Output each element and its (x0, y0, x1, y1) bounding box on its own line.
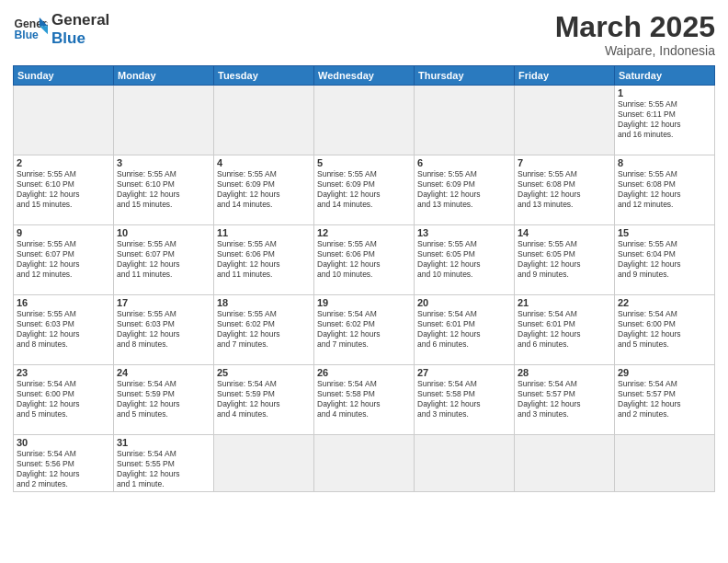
day-number: 30 (17, 437, 110, 448)
day-info: Sunrise: 5:54 AM Sunset: 5:59 PM Dayligh… (217, 379, 280, 419)
day-info: Sunrise: 5:54 AM Sunset: 5:58 PM Dayligh… (317, 379, 381, 419)
col-tuesday: Tuesday (214, 66, 314, 86)
day-number: 31 (117, 437, 210, 448)
table-row: 29Sunrise: 5:54 AM Sunset: 5:57 PM Dayli… (615, 365, 715, 435)
svg-text:Blue: Blue (15, 29, 40, 41)
day-number: 16 (17, 297, 110, 308)
day-number: 13 (417, 227, 511, 238)
day-info: Sunrise: 5:54 AM Sunset: 6:00 PM Dayligh… (618, 309, 681, 349)
calendar-week-row: 23Sunrise: 5:54 AM Sunset: 6:00 PM Dayli… (14, 365, 715, 435)
table-row: 19Sunrise: 5:54 AM Sunset: 6:02 PM Dayli… (314, 295, 415, 365)
calendar-week-row: 1Sunrise: 5:55 AM Sunset: 6:11 PM Daylig… (14, 86, 715, 155)
calendar-header-row: Sunday Monday Tuesday Wednesday Thursday… (14, 66, 715, 86)
table-row (14, 86, 114, 155)
table-row (415, 86, 515, 155)
day-info: Sunrise: 5:55 AM Sunset: 6:04 PM Dayligh… (618, 239, 681, 279)
day-number: 23 (17, 367, 110, 378)
table-row: 16Sunrise: 5:55 AM Sunset: 6:03 PM Dayli… (14, 295, 114, 365)
table-row: 24Sunrise: 5:54 AM Sunset: 5:59 PM Dayli… (114, 365, 214, 435)
day-number: 9 (17, 227, 110, 238)
table-row: 28Sunrise: 5:54 AM Sunset: 5:57 PM Dayli… (515, 365, 615, 435)
table-row: 31Sunrise: 5:54 AM Sunset: 5:55 PM Dayli… (114, 435, 214, 492)
day-info: Sunrise: 5:55 AM Sunset: 6:09 PM Dayligh… (317, 169, 381, 209)
day-number: 14 (518, 227, 611, 238)
day-number: 18 (217, 297, 311, 308)
page: General Blue General Blue March 2025 Wai… (0, 0, 728, 563)
table-row: 26Sunrise: 5:54 AM Sunset: 5:58 PM Dayli… (314, 365, 415, 435)
table-row: 25Sunrise: 5:54 AM Sunset: 5:59 PM Dayli… (214, 365, 314, 435)
month-title: March 2025 (555, 11, 715, 43)
calendar-week-row: 30Sunrise: 5:54 AM Sunset: 5:56 PM Dayli… (14, 435, 715, 492)
table-row: 14Sunrise: 5:55 AM Sunset: 6:05 PM Dayli… (515, 225, 615, 295)
table-row (415, 435, 515, 492)
day-number: 8 (618, 157, 711, 168)
day-number: 15 (618, 227, 711, 238)
calendar-week-row: 9Sunrise: 5:55 AM Sunset: 6:07 PM Daylig… (14, 225, 715, 295)
day-number: 5 (317, 157, 411, 168)
table-row: 4Sunrise: 5:55 AM Sunset: 6:09 PM Daylig… (214, 155, 314, 225)
day-number: 27 (417, 367, 511, 378)
title-block: March 2025 Waipare, Indonesia (555, 11, 715, 58)
col-thursday: Thursday (415, 66, 515, 86)
table-row: 12Sunrise: 5:55 AM Sunset: 6:06 PM Dayli… (314, 225, 415, 295)
table-row: 11Sunrise: 5:55 AM Sunset: 6:06 PM Dayli… (214, 225, 314, 295)
day-info: Sunrise: 5:54 AM Sunset: 5:57 PM Dayligh… (518, 379, 581, 419)
day-info: Sunrise: 5:54 AM Sunset: 6:01 PM Dayligh… (518, 309, 581, 349)
day-number: 6 (417, 157, 511, 168)
day-info: Sunrise: 5:55 AM Sunset: 6:05 PM Dayligh… (417, 239, 481, 279)
day-info: Sunrise: 5:55 AM Sunset: 6:08 PM Dayligh… (518, 169, 581, 209)
day-info: Sunrise: 5:54 AM Sunset: 5:58 PM Dayligh… (417, 379, 481, 419)
day-number: 21 (518, 297, 611, 308)
day-number: 20 (417, 297, 511, 308)
day-info: Sunrise: 5:54 AM Sunset: 5:59 PM Dayligh… (117, 379, 180, 419)
table-row: 30Sunrise: 5:54 AM Sunset: 5:56 PM Dayli… (14, 435, 114, 492)
day-info: Sunrise: 5:55 AM Sunset: 6:08 PM Dayligh… (618, 169, 681, 209)
day-number: 25 (217, 367, 311, 378)
day-number: 7 (518, 157, 611, 168)
table-row (515, 435, 615, 492)
day-info: Sunrise: 5:55 AM Sunset: 6:11 PM Dayligh… (618, 99, 681, 139)
day-info: Sunrise: 5:54 AM Sunset: 5:55 PM Dayligh… (117, 449, 180, 488)
day-number: 19 (317, 297, 411, 308)
table-row (515, 86, 615, 155)
table-row: 6Sunrise: 5:55 AM Sunset: 6:09 PM Daylig… (415, 155, 515, 225)
day-number: 26 (317, 367, 411, 378)
day-number: 1 (618, 87, 711, 98)
day-number: 12 (317, 227, 411, 238)
day-info: Sunrise: 5:55 AM Sunset: 6:10 PM Dayligh… (117, 169, 180, 209)
day-info: Sunrise: 5:54 AM Sunset: 5:57 PM Dayligh… (618, 379, 681, 419)
table-row: 27Sunrise: 5:54 AM Sunset: 5:58 PM Dayli… (415, 365, 515, 435)
logo: General Blue General Blue (13, 11, 109, 49)
table-row: 8Sunrise: 5:55 AM Sunset: 6:08 PM Daylig… (615, 155, 715, 225)
day-info: Sunrise: 5:54 AM Sunset: 5:56 PM Dayligh… (17, 449, 80, 488)
table-row (214, 86, 314, 155)
day-info: Sunrise: 5:55 AM Sunset: 6:06 PM Dayligh… (217, 239, 280, 279)
day-info: Sunrise: 5:55 AM Sunset: 6:05 PM Dayligh… (518, 239, 581, 279)
day-info: Sunrise: 5:55 AM Sunset: 6:03 PM Dayligh… (117, 309, 180, 349)
table-row: 18Sunrise: 5:55 AM Sunset: 6:02 PM Dayli… (214, 295, 314, 365)
day-number: 28 (518, 367, 611, 378)
location: Waipare, Indonesia (555, 43, 715, 58)
table-row (314, 86, 415, 155)
table-row: 2Sunrise: 5:55 AM Sunset: 6:10 PM Daylig… (14, 155, 114, 225)
day-number: 22 (618, 297, 711, 308)
calendar-week-row: 2Sunrise: 5:55 AM Sunset: 6:10 PM Daylig… (14, 155, 715, 225)
table-row: 15Sunrise: 5:55 AM Sunset: 6:04 PM Dayli… (615, 225, 715, 295)
col-friday: Friday (515, 66, 615, 86)
day-info: Sunrise: 5:55 AM Sunset: 6:09 PM Dayligh… (217, 169, 280, 209)
calendar: Sunday Monday Tuesday Wednesday Thursday… (13, 65, 715, 492)
day-info: Sunrise: 5:55 AM Sunset: 6:02 PM Dayligh… (217, 309, 280, 349)
day-number: 11 (217, 227, 311, 238)
table-row: 5Sunrise: 5:55 AM Sunset: 6:09 PM Daylig… (314, 155, 415, 225)
day-number: 3 (117, 157, 210, 168)
day-info: Sunrise: 5:55 AM Sunset: 6:03 PM Dayligh… (17, 309, 80, 349)
logo-blue: Blue (51, 29, 109, 48)
table-row: 13Sunrise: 5:55 AM Sunset: 6:05 PM Dayli… (415, 225, 515, 295)
table-row (114, 86, 214, 155)
table-row: 20Sunrise: 5:54 AM Sunset: 6:01 PM Dayli… (415, 295, 515, 365)
day-info: Sunrise: 5:55 AM Sunset: 6:07 PM Dayligh… (17, 239, 80, 279)
col-sunday: Sunday (14, 66, 114, 86)
table-row (214, 435, 314, 492)
day-info: Sunrise: 5:55 AM Sunset: 6:06 PM Dayligh… (317, 239, 381, 279)
col-monday: Monday (114, 66, 214, 86)
